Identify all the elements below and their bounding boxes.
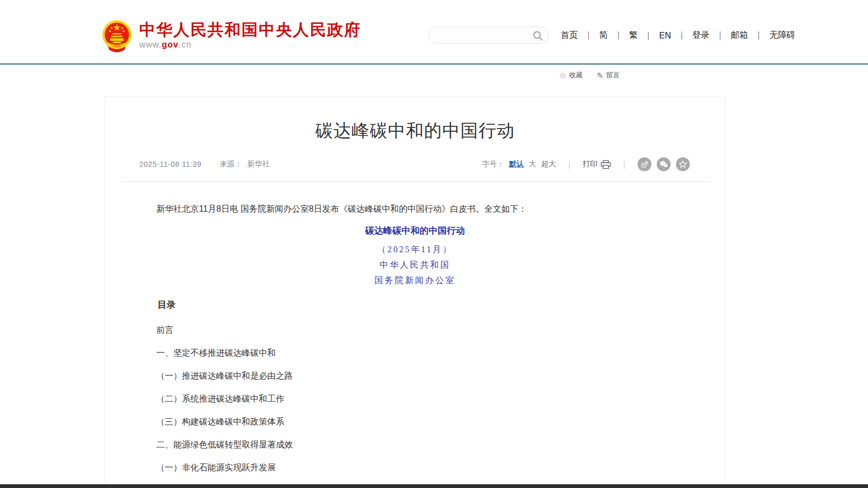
toc-item: （二）系统推进碳达峰碳中和工作 [139,393,691,404]
star-outline-icon: ☆ [559,71,566,79]
collect-button[interactable]: ☆ 收藏 [559,70,583,80]
wechat-icon[interactable] [657,157,671,171]
nav-item[interactable]: 简 [587,30,608,41]
source-value: 新华社 [247,159,269,169]
font-size-label: 字号： [482,159,504,169]
page-tools: ☆ 收藏 ✎ 留言 [559,70,620,80]
toc-item: （一）推进碳达峰碳中和是必由之路 [139,370,691,381]
document-org-line1: 中华人民共和国 [139,260,691,269]
search-box [428,27,549,44]
collect-label: 收藏 [569,70,583,80]
document-subtitle-block: （2025年11月） 中华人民共和国 国务院新闻办公室 [139,245,691,285]
nav-item[interactable]: 无障碍 [758,30,795,41]
message-button[interactable]: ✎ 留言 [596,70,620,80]
nav-item[interactable]: 登录 [681,30,710,41]
viewport-bottom-bar [0,484,868,488]
qzone-icon[interactable] [676,157,690,171]
toc-list: 前言一、坚定不移推进碳达峰碳中和（一）推进碳达峰碳中和是必由之路（二）系统推进碳… [139,324,691,473]
article-body: 新华社北京11月8日电 国务院新闻办公室8日发布《碳达峰碳中和的中国行动》白皮书… [139,203,691,485]
national-emblem-icon [101,19,132,53]
site-url-gov: gov [162,40,178,49]
print-button[interactable]: 打印 [583,159,611,169]
meta-separator: | [623,160,625,169]
nav-item[interactable]: EN [647,31,671,41]
toc-item: （一）非化石能源实现跃升发展 [139,462,691,473]
article-title: 碳达峰碳中和的中国行动 [105,119,725,143]
site-url-prefix: www. [139,40,162,49]
article-card: 碳达峰碳中和的中国行动 2025-11-08 11:39 来源： 新华社 字号：… [105,96,726,488]
meta-divider-line [123,181,710,182]
print-label: 打印 [583,159,598,169]
source-label: 来源： [219,159,242,169]
printer-icon [601,160,611,169]
toc-heading: 目录 [139,299,691,310]
site-title: 中华人民共和国中央人民政府 [139,21,361,38]
nav-item[interactable]: 繁 [617,30,638,41]
header-divider-line [0,63,868,65]
brand-text: 中华人民共和国中央人民政府 www.gov.cn [139,19,361,50]
search-icon[interactable] [532,30,543,41]
font-size-default-button[interactable]: 默认 [509,159,524,169]
nav-item[interactable]: 邮箱 [719,30,748,41]
toc-item: 一、坚定不移推进碳达峰碳中和 [139,347,691,358]
toc-item: 二、能源绿色低碳转型取得显著成效 [139,439,691,450]
top-nav: 首页简繁EN登录邮箱无障碍 [556,30,800,41]
article-date: 2025-11-08 11:39 [139,160,201,169]
site-url-suffix: .cn [179,40,192,49]
weibo-icon[interactable] [638,157,651,171]
site-url: www.gov.cn [139,40,361,50]
font-size-xlarge-button[interactable]: 超大 [541,159,556,169]
article-meta-bar: 2025-11-08 11:39 来源： 新华社 字号： 默认 大 超大 | 打… [139,158,690,170]
toc-item: 前言 [139,324,691,335]
document-title: 碳达峰碳中和的中国行动 [139,226,691,235]
site-header: 中华人民共和国中央人民政府 www.gov.cn 首页简繁EN登录邮箱无障碍 [0,0,868,63]
site-brand[interactable]: 中华人民共和国中央人民政府 www.gov.cn [101,19,361,53]
article-meta-right: 字号： 默认 大 超大 | 打印 | [482,157,690,171]
pencil-icon: ✎ [596,71,603,79]
search-input[interactable] [437,28,531,43]
document-date: （2025年11月） [139,245,691,254]
article-meta-left: 2025-11-08 11:39 来源： 新华社 [139,159,269,169]
font-size-large-button[interactable]: 大 [529,159,536,169]
lead-paragraph: 新华社北京11月8日电 国务院新闻办公室8日发布《碳达峰碳中和的中国行动》白皮书… [139,203,691,214]
message-label: 留言 [606,70,620,80]
document-org-line2: 国务院新闻办公室 [139,276,691,285]
share-buttons [638,157,690,171]
meta-separator: | [568,160,570,169]
toc-item: （三）构建碳达峰碳中和政策体系 [139,416,691,427]
nav-item[interactable]: 首页 [561,30,578,41]
